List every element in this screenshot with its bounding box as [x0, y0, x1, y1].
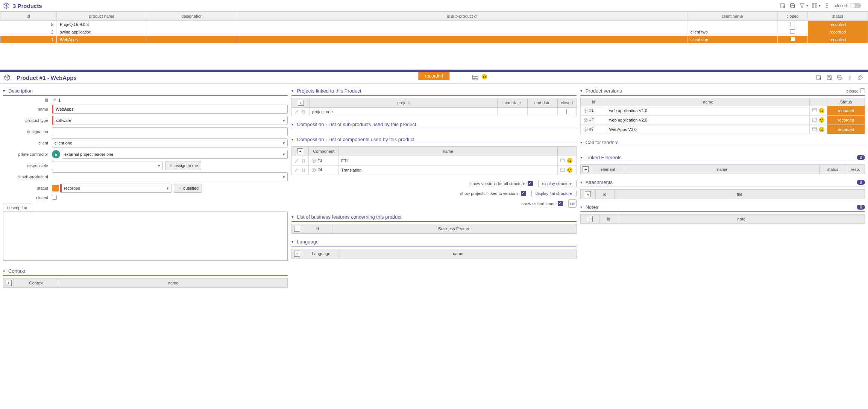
add-button[interactable]: + — [294, 226, 300, 232]
col-sub[interactable]: is sub-product of — [237, 12, 687, 21]
more-icon[interactable] — [847, 74, 854, 81]
status-select[interactable]: recorded — [60, 184, 171, 193]
check-show-versions[interactable] — [528, 181, 533, 186]
svg-rect-35 — [813, 128, 817, 131]
notes-table: + id note — [580, 214, 865, 224]
edit-icon[interactable] — [294, 167, 299, 173]
collapse-toggle[interactable]: ▾ — [3, 89, 7, 93]
add-button[interactable]: + — [583, 166, 589, 172]
section-call-tenders: ▾ Call for tenders — [580, 138, 865, 147]
name-input[interactable] — [52, 105, 288, 114]
assign-to-me-button[interactable]: assign to me — [165, 161, 201, 170]
collapse-toggle[interactable]: ▾ — [580, 140, 584, 144]
display-flat-button[interactable]: display flat structure — [531, 190, 577, 197]
closed-toggle[interactable] — [850, 3, 861, 8]
collapse-toggle[interactable]: ▾ — [291, 137, 295, 141]
attachments-table: + id file — [580, 189, 865, 199]
table-row[interactable]: 1 WebApps client one recorded — [0, 36, 868, 43]
col-status[interactable]: status — [808, 12, 868, 21]
edit-icon[interactable] — [294, 109, 299, 114]
collapse-toggle[interactable]: ▾ — [291, 89, 295, 93]
label-product-type: product type — [3, 118, 52, 123]
new-icon[interactable] — [815, 74, 822, 81]
closed-checkbox[interactable] — [52, 195, 57, 200]
collapse-toggle[interactable]: ▾ — [580, 89, 584, 93]
svg-rect-2 — [812, 3, 813, 8]
add-button[interactable]: + — [6, 280, 12, 286]
attachment-icon[interactable] — [857, 74, 864, 81]
calendar-icon — [812, 117, 817, 122]
new-icon[interactable] — [779, 2, 786, 9]
col-id[interactable]: id — [0, 12, 57, 21]
table-row[interactable]: 5 ProjeQtOr 9.0.3 recorded — [0, 21, 868, 29]
label-id: id — [3, 98, 52, 102]
check-show-closed[interactable] — [558, 201, 563, 206]
collapse-toggle[interactable]: ▾ — [291, 215, 295, 219]
col-name[interactable]: product name — [57, 12, 147, 21]
description-textarea[interactable] — [3, 212, 288, 261]
smiley-icon — [819, 126, 825, 132]
collapse-toggle[interactable]: ▾ — [3, 269, 7, 273]
label-client: client — [3, 141, 52, 145]
versions-closed-checkbox[interactable] — [860, 88, 865, 93]
is-sub-select[interactable] — [52, 172, 288, 181]
col-closed[interactable]: closed — [778, 12, 808, 21]
delete-icon[interactable] — [301, 167, 306, 173]
add-button[interactable]: + — [297, 148, 303, 154]
check-show-projects[interactable] — [521, 191, 526, 196]
more-icon[interactable] — [824, 2, 830, 9]
add-button[interactable]: + — [298, 100, 304, 106]
prime-contractor-select[interactable]: external project leader one — [62, 150, 288, 159]
table-row[interactable]: #2 web application V2.0 recorded — [580, 116, 865, 125]
collapse-toggle[interactable]: ▾ — [580, 155, 584, 160]
label-show-versions-all: show versions for all structure — [470, 181, 525, 186]
delete-icon[interactable] — [301, 109, 306, 114]
add-button[interactable]: + — [294, 251, 300, 257]
smiley-icon — [819, 108, 825, 114]
edit-icon[interactable] — [294, 158, 299, 163]
collapse-toggle[interactable]: ▾ — [580, 180, 584, 184]
label-status: status — [3, 186, 52, 190]
svg-rect-31 — [813, 118, 817, 122]
filter-dropdown[interactable]: ▾ — [806, 4, 808, 8]
label-show-projects-linked: show projects linked to versions — [460, 191, 519, 196]
filter-icon[interactable] — [799, 2, 806, 9]
display-structure-button[interactable]: display structure — [538, 180, 577, 187]
cube-icon — [583, 108, 588, 113]
save-icon[interactable] — [826, 74, 833, 81]
col-desig[interactable]: designation — [147, 12, 237, 21]
refresh-icon[interactable] — [789, 2, 796, 9]
products-grid: id product name designation is sub-produ… — [0, 12, 868, 43]
add-button[interactable]: + — [587, 216, 593, 222]
table-row[interactable]: #3 ETL — [292, 156, 576, 166]
col-client[interactable]: client name — [687, 12, 778, 21]
svg-point-34 — [822, 119, 823, 120]
svg-point-7 — [827, 7, 828, 8]
table-row[interactable]: #7 WebApps V3.0 recorded — [580, 125, 865, 134]
section-notes: ▾ Notes 0 — [580, 203, 865, 212]
delete-icon[interactable] — [301, 158, 306, 163]
client-select[interactable]: client one — [52, 138, 288, 147]
table-row[interactable]: #1 web application V1.0 recorded — [580, 106, 865, 116]
detail-header: Product #1 - WebApps recorded 09/01 — [0, 72, 868, 84]
add-button[interactable]: + — [585, 191, 591, 197]
table-row[interactable]: #4 Translation — [292, 166, 576, 175]
designation-input[interactable] — [52, 127, 288, 136]
table-row[interactable]: 2 swing application client two recorded — [0, 28, 868, 36]
table-row[interactable]: project one — [292, 108, 576, 116]
columns-dropdown[interactable]: ▾ — [819, 4, 821, 8]
label-is-sub: is sub-product of — [3, 175, 52, 179]
columns-icon[interactable] — [811, 2, 818, 9]
qualified-button[interactable]: qualified — [174, 184, 202, 193]
description-tab[interactable]: description — [3, 204, 31, 211]
svg-rect-4 — [816, 3, 817, 8]
responsible-select[interactable] — [52, 161, 163, 170]
collapse-toggle[interactable]: ▾ — [291, 240, 295, 244]
cube-icon — [311, 158, 316, 163]
svg-point-25 — [568, 169, 569, 170]
product-type-select[interactable]: software — [52, 116, 288, 125]
collapse-toggle[interactable]: ▾ — [580, 205, 584, 209]
refresh-icon[interactable] — [836, 74, 843, 81]
csv-export-button[interactable]: csv — [568, 199, 577, 208]
collapse-toggle[interactable]: ▾ — [291, 122, 295, 126]
